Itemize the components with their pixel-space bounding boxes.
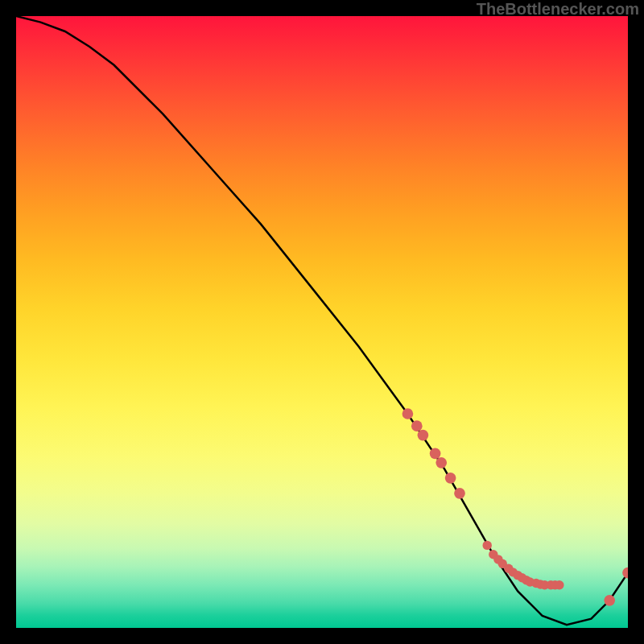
chart-frame: { "watermark": "TheBottlenecker.com", "c… [0,0,644,644]
svg-point-5 [445,473,456,484]
svg-point-24 [555,580,564,589]
svg-point-6 [454,488,465,499]
svg-point-9 [483,541,492,550]
bottleneck-curve [16,16,628,625]
chart-plot-area [16,16,628,628]
svg-point-3 [430,448,441,460]
svg-point-1 [411,420,423,431]
svg-point-7 [604,595,615,606]
chart-svg [16,16,628,628]
svg-point-8 [622,568,628,579]
svg-point-0 [402,408,414,419]
curve-markers-lower [483,541,564,590]
svg-point-2 [418,430,429,441]
svg-point-4 [436,457,447,469]
